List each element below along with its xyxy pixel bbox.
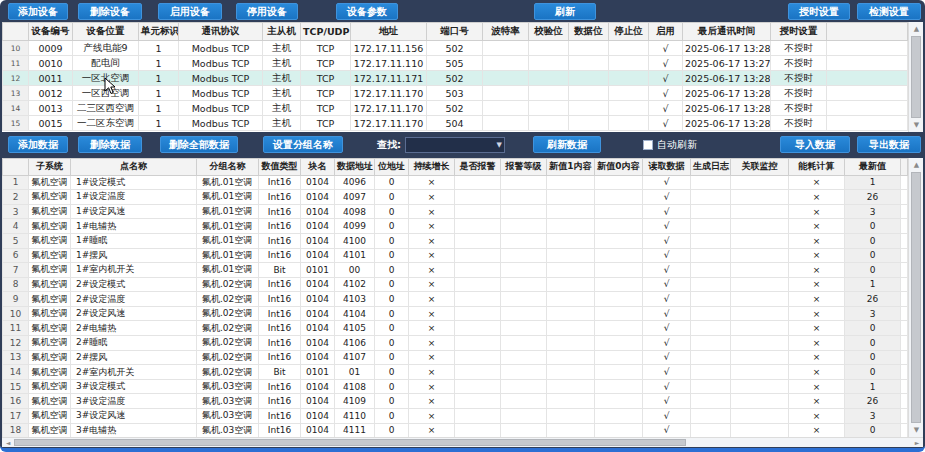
device-table-vscrollbar[interactable]: ▲ ▼: [908, 22, 923, 132]
column-header[interactable]: 位地址: [375, 158, 409, 175]
column-header[interactable]: 新值1内容: [547, 158, 595, 175]
chevron-down-icon[interactable]: ▼: [497, 140, 502, 150]
scroll-down-icon[interactable]: ▼: [909, 423, 923, 437]
disable-device-button[interactable]: 停用设备: [236, 3, 298, 20]
scroll-down-icon[interactable]: ▼: [909, 118, 923, 132]
table-row[interactable]: 16氟机空调3#设定温度氟机.03空调Int16010441090×√×26: [3, 394, 908, 409]
table-row[interactable]: 15氟机空调3#设定模式氟机.03空调Int16010441080×√×1: [3, 379, 908, 394]
import-data-button[interactable]: 导入数据: [780, 136, 850, 153]
cell-filler: [827, 41, 908, 56]
column-header[interactable]: 生成日志: [691, 158, 731, 175]
column-header[interactable]: [3, 158, 29, 175]
column-header[interactable]: 是否报警: [455, 158, 501, 175]
column-header[interactable]: [901, 158, 908, 175]
column-header[interactable]: 持续增长: [409, 158, 455, 175]
table-row[interactable]: 13氟机空调2#摆风氟机.02空调Int16010441070×√×0: [3, 350, 908, 365]
enable-device-button[interactable]: 启用设备: [158, 3, 222, 20]
add-device-button[interactable]: 添加设备: [8, 3, 68, 20]
column-header[interactable]: [827, 23, 908, 41]
scroll-right-icon[interactable]: ►: [911, 438, 923, 447]
table-row[interactable]: 5氟机空调1#睡眠氟机.01空调Int16010441000×√×0: [3, 233, 908, 248]
table-row[interactable]: 18氟机空调3#电辅热氟机.03空调Int16010441110×√×0: [3, 423, 908, 437]
detect-settings-button[interactable]: 检测设置: [857, 3, 921, 20]
column-header[interactable]: 授时设置: [771, 23, 827, 41]
column-header[interactable]: 主从机: [263, 23, 301, 41]
column-header[interactable]: 校验位: [529, 23, 569, 41]
device-vscroll-thumb[interactable]: [911, 36, 921, 118]
table-row[interactable]: 3氟机空调1#设定风速氟机.01空调Int16010440980×√×3: [3, 204, 908, 219]
column-header[interactable]: 数值类型: [259, 158, 301, 175]
column-header[interactable]: 端口号: [427, 23, 483, 41]
table-row[interactable]: 14氟机空调2#室内机开关氟机.02空调Bit0101010×√×0: [3, 365, 908, 380]
column-header[interactable]: 报警等级: [501, 158, 547, 175]
column-header[interactable]: 通讯协议: [179, 23, 263, 41]
table-row[interactable]: 2氟机空调1#设定温度氟机.01空调Int16010440970×√×26: [3, 190, 908, 205]
table-row[interactable]: 120011一区北空调1Modbus TCP主机TCP172.17.11.171…: [3, 71, 908, 86]
set-group-name-button[interactable]: 设置分组名称: [263, 136, 343, 153]
timing-settings-button[interactable]: 授时设置: [788, 3, 850, 20]
column-header[interactable]: 能耗计算: [789, 158, 845, 175]
table-row[interactable]: 100009产线电能91Modbus TCP主机TCP172.17.11.156…: [3, 41, 908, 56]
table-row[interactable]: 12氟机空调2#睡眠氟机.02空调Int16010441060×√×0: [3, 336, 908, 351]
column-header[interactable]: 启用: [649, 23, 683, 41]
delete-device-button[interactable]: 删除设备: [78, 3, 142, 20]
table-row[interactable]: 6氟机空调1#摆风氟机.01空调Int16010441010×√×0: [3, 248, 908, 263]
column-header[interactable]: 最后通讯时间: [683, 23, 771, 41]
cell-latest: 0: [845, 219, 901, 234]
scroll-up-icon[interactable]: ▲: [909, 158, 923, 172]
column-header[interactable]: 块名: [301, 158, 335, 175]
column-header[interactable]: 读取数据: [643, 158, 691, 175]
table-row[interactable]: 11氟机空调2#电辅热氟机.02空调Int16010441050×√×0: [3, 321, 908, 336]
table-row[interactable]: 7氟机空调1#室内机开关氟机.01空调Bit0101000×√×0: [3, 263, 908, 278]
export-data-button[interactable]: 导出数据: [857, 136, 921, 153]
table-row[interactable]: 4氟机空调1#电辅热氟机.01空调Int16010440990×√×0: [3, 219, 908, 234]
column-header[interactable]: 关联监控: [731, 158, 789, 175]
auto-refresh-toggle[interactable]: 自动刷新: [643, 138, 697, 152]
cell-role: 主机: [263, 71, 301, 86]
column-header[interactable]: 设备编号: [29, 23, 73, 41]
column-header[interactable]: 地址: [351, 23, 427, 41]
column-header[interactable]: [3, 23, 29, 41]
column-header[interactable]: TCP/UDP: [301, 23, 351, 41]
table-row[interactable]: 110010配电间1Modbus TCP主机TCP172.17.11.11050…: [3, 56, 908, 71]
table-row[interactable]: 150015一二区东空调1Modbus TCP主机TCP172.17.11.17…: [3, 116, 908, 131]
auto-refresh-checkbox[interactable]: [643, 140, 653, 150]
find-combobox[interactable]: ▼: [405, 137, 505, 153]
column-header[interactable]: 子系统: [29, 158, 71, 175]
data-table-vscrollbar[interactable]: ▲ ▼: [908, 158, 923, 437]
table-row[interactable]: 130012一区西空调1Modbus TCP主机TCP172.17.11.170…: [3, 86, 908, 101]
cell-level: [501, 263, 547, 278]
table-row[interactable]: 8氟机空调2#设定模式氟机.02空调Int16010441020×√×1: [3, 277, 908, 292]
cell-energy: ×: [789, 365, 845, 380]
column-header[interactable]: 点名称: [71, 158, 197, 175]
scroll-up-icon[interactable]: ▲: [909, 22, 923, 36]
cell-alarm: [455, 190, 501, 205]
column-header[interactable]: 波特率: [483, 23, 529, 41]
cell-latest: 0: [845, 336, 901, 351]
column-header[interactable]: 分组名称: [197, 158, 259, 175]
data-table-hscrollbar[interactable]: ◄ ►: [2, 437, 923, 447]
table-row[interactable]: 140013二三区西空调1Modbus TCP主机TCP172.17.11.17…: [3, 101, 908, 116]
device-params-button[interactable]: 设备参数: [336, 3, 398, 20]
table-row[interactable]: 1氟机空调1#设定模式氟机.01空调Int16010440960×√×1: [3, 175, 908, 190]
data-hscroll-thumb[interactable]: [14, 439, 686, 446]
column-header[interactable]: 新值0内容: [595, 158, 643, 175]
delete-all-data-button[interactable]: 删除全部数据: [160, 136, 238, 153]
table-row[interactable]: 17氟机空调3#设定风速氟机.03空调Int16010441100×√×3: [3, 409, 908, 424]
add-data-button[interactable]: 添加数据: [8, 136, 68, 153]
column-header[interactable]: 停止位: [609, 23, 649, 41]
refresh-devices-button[interactable]: 刷新: [534, 3, 596, 20]
column-header[interactable]: 最新值: [845, 158, 901, 175]
refresh-data-button[interactable]: 刷新数据: [533, 136, 601, 153]
scroll-left-icon[interactable]: ◄: [2, 438, 14, 447]
cell-log: [691, 365, 731, 380]
delete-data-button[interactable]: 删除数据: [78, 136, 142, 153]
table-row[interactable]: 9氟机空调2#设定温度氟机.02空调Int16010441030×√×26: [3, 292, 908, 307]
column-header[interactable]: 单元标识: [139, 23, 179, 41]
column-header[interactable]: 数据位: [569, 23, 609, 41]
table-row[interactable]: 10氟机空调2#设定风速氟机.02空调Int16010441040×√×3: [3, 306, 908, 321]
column-header[interactable]: 数据地址: [335, 158, 375, 175]
column-header[interactable]: 设备位置: [73, 23, 139, 41]
data-vscroll-thumb[interactable]: [911, 172, 921, 423]
cell-timing: 不授时: [771, 101, 827, 116]
